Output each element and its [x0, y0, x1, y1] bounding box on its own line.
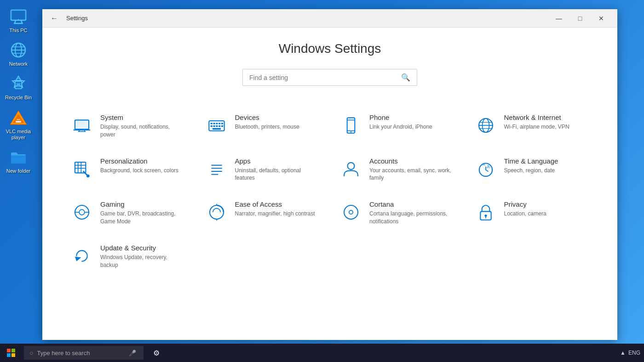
svg-point-55 — [86, 174, 90, 177]
desktop-icon-vlc[interactable]: VLC media player — [2, 106, 35, 143]
desktop: This PC Network — [0, 0, 644, 362]
devices-icon — [206, 114, 228, 136]
cortana-icon — [340, 201, 362, 223]
network-name: Network & Internet — [504, 113, 589, 121]
privacy-icon — [475, 201, 497, 223]
phone-desc: Link your Android, iPhone — [369, 123, 454, 131]
setting-item-cortana[interactable]: Cortana Cortana language, permissions, n… — [330, 191, 465, 235]
gaming-desc: Game bar, DVR, broadcasting, Game Mode — [100, 210, 185, 226]
privacy-desc: Location, camera — [504, 210, 589, 218]
close-button[interactable]: ✕ — [591, 11, 612, 26]
svg-point-67 — [79, 209, 85, 215]
svg-rect-17 — [17, 79, 20, 80]
search-icon: 🔍 — [401, 73, 410, 82]
window-controls: — □ ✕ — [548, 11, 612, 26]
time-desc: Speech, region, date — [504, 167, 589, 175]
taskbar-search-icon: ○ — [29, 349, 33, 356]
this-pc-label: This PC — [9, 28, 27, 34]
setting-item-phone[interactable]: Phone Link your Android, iPhone — [330, 104, 465, 148]
new-folder-label: New folder — [6, 168, 31, 174]
network-text: Network & Internet Wi-Fi, airplane mode,… — [504, 113, 589, 131]
tray-network-icon: ▲ — [620, 350, 626, 356]
content-area: Windows Settings 🔍 System Display, sound… — [42, 28, 617, 340]
desktop-icon-network[interactable]: Network — [2, 38, 35, 70]
svg-rect-30 — [213, 123, 215, 124]
search-bar[interactable]: 🔍 — [242, 69, 417, 86]
phone-name: Phone — [369, 113, 454, 121]
settings-grid: System Display, sound, notifications, po… — [61, 104, 599, 278]
svg-rect-20 — [16, 121, 21, 123]
network-desc: Wi-Fi, airplane mode, VPN — [504, 123, 589, 131]
svg-point-5 — [18, 19, 19, 20]
ease-text: Ease of Access Narrator, magnifier, high… — [235, 200, 320, 218]
svg-rect-29 — [210, 123, 212, 124]
setting-item-apps[interactable]: Apps Uninstall, defaults, optional featu… — [196, 148, 330, 192]
gaming-text: Gaming Game bar, DVR, broadcasting, Game… — [100, 200, 185, 226]
cortana-desc: Cortana language, permissions, notificat… — [369, 210, 454, 226]
setting-item-privacy[interactable]: Privacy Location, camera — [465, 191, 599, 235]
setting-item-ease[interactable]: Ease of Access Narrator, magnifier, high… — [196, 191, 330, 235]
taskbar-search-bar[interactable]: ○ Type here to search 🎤 — [24, 346, 144, 360]
svg-point-76 — [484, 215, 487, 217]
accounts-name: Accounts — [369, 157, 454, 165]
network-label: Network — [9, 61, 28, 67]
desktop-icon-area: This PC Network — [0, 0, 37, 344]
svg-rect-38 — [221, 125, 223, 127]
svg-rect-80 — [12, 349, 15, 352]
setting-item-network[interactable]: Network & Internet Wi-Fi, airplane mode,… — [465, 104, 599, 148]
accounts-desc: Your accounts, email, sync, work, family — [369, 167, 454, 182]
svg-rect-32 — [218, 123, 220, 124]
settings-window: ← Settings — □ ✕ Windows Settings 🔍 — [42, 9, 617, 340]
desktop-icon-recycle-bin[interactable]: Recycle Bin — [2, 72, 35, 103]
svg-rect-39 — [212, 128, 220, 130]
start-button[interactable] — [0, 344, 22, 362]
system-icon — [71, 114, 93, 136]
update-desc: Windows Update, recovery, backup — [100, 254, 185, 269]
vlc-icon — [9, 108, 28, 127]
personalization-desc: Background, lock screen, colors — [100, 167, 185, 175]
taskbar: ○ Type here to search 🎤 ⚙ ▲ ENG — [0, 344, 644, 362]
folder-icon — [9, 148, 28, 166]
time-icon: A あ — [475, 158, 497, 180]
setting-item-personalization[interactable]: Personalization Background, lock screen,… — [61, 148, 196, 192]
setting-item-time[interactable]: A あ Time & Language Speech, region, date — [465, 148, 599, 192]
svg-rect-35 — [213, 125, 215, 127]
svg-rect-37 — [218, 125, 220, 127]
setting-item-update[interactable]: Update & Security Windows Update, recove… — [61, 235, 196, 278]
recycle-bin-label: Recycle Bin — [5, 95, 32, 101]
svg-point-43 — [351, 131, 352, 133]
setting-item-gaming[interactable]: Gaming Game bar, DVR, broadcasting, Game… — [61, 191, 196, 235]
phone-text: Phone Link your Android, iPhone — [369, 113, 454, 131]
taskbar-pinned-icons: ⚙ — [147, 344, 166, 362]
search-input[interactable] — [249, 74, 401, 81]
setting-item-devices[interactable]: Devices Bluetooth, printers, mouse — [196, 104, 330, 148]
back-button[interactable]: ← — [48, 12, 61, 25]
svg-rect-33 — [221, 123, 223, 124]
setting-item-system[interactable]: System Display, sound, notifications, po… — [61, 104, 196, 148]
svg-text:A: A — [483, 162, 485, 167]
minimize-button[interactable]: — — [548, 11, 569, 26]
taskbar-settings-icon[interactable]: ⚙ — [147, 344, 166, 362]
devices-text: Devices Bluetooth, printers, mouse — [235, 113, 320, 131]
apps-text: Apps Uninstall, defaults, optional featu… — [235, 157, 320, 182]
maximize-button[interactable]: □ — [569, 11, 591, 26]
desktop-icon-this-pc[interactable]: This PC — [2, 5, 35, 36]
desktop-icon-new-folder[interactable]: New folder — [2, 145, 35, 177]
personalization-icon — [71, 158, 93, 180]
gaming-name: Gaming — [100, 200, 185, 208]
window-title: Settings — [66, 15, 88, 22]
setting-item-accounts[interactable]: Accounts Your accounts, email, sync, wor… — [330, 148, 465, 192]
system-text: System Display, sound, notifications, po… — [100, 113, 185, 139]
update-name: Update & Security — [100, 244, 185, 252]
devices-desc: Bluetooth, printers, mouse — [235, 123, 320, 131]
cortana-name: Cortana — [369, 200, 454, 208]
gaming-icon — [71, 201, 93, 223]
ease-icon — [206, 201, 228, 223]
tray-language: ENG — [628, 350, 640, 356]
network-icon — [475, 114, 497, 136]
time-text: Time & Language Speech, region, date — [504, 157, 589, 175]
title-bar: ← Settings — □ ✕ — [42, 9, 617, 28]
svg-text:あ: あ — [486, 164, 490, 168]
personalization-name: Personalization — [100, 157, 185, 165]
cortana-text: Cortana Cortana language, permissions, n… — [369, 200, 454, 226]
